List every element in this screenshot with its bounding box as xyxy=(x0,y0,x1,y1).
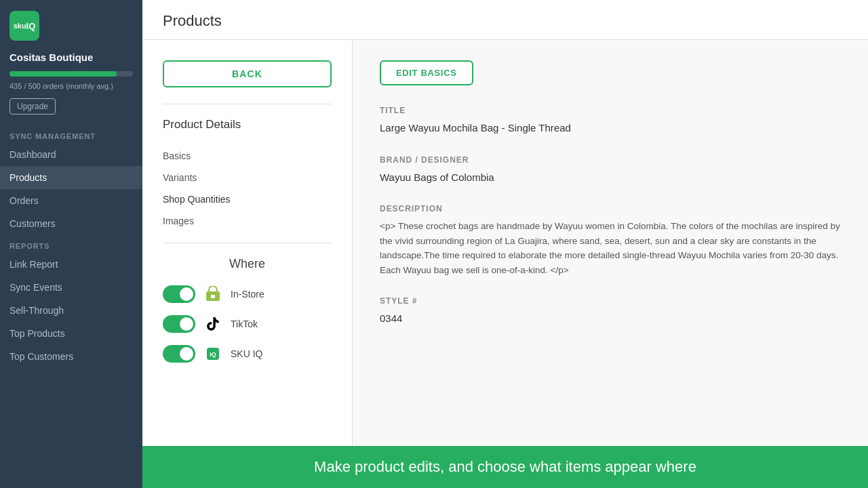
where-title: Where xyxy=(163,257,332,271)
sidebar-item-top-products[interactable]: Top Products xyxy=(0,322,142,345)
sidebar-item-sell-through[interactable]: Sell-Through xyxy=(0,299,142,322)
product-details-title: Product Details xyxy=(163,118,332,131)
svg-rect-1 xyxy=(211,295,215,298)
top-products-label: Top Products xyxy=(9,328,65,339)
sidebar-item-products[interactable]: Products xyxy=(0,166,142,189)
field-brand: BRAND / DESIGNER Wayuu Bags of Colombia xyxy=(380,155,841,186)
nav-images[interactable]: Images xyxy=(163,210,332,232)
toggle-knob-tiktok xyxy=(180,317,193,331)
sidebar: skuIQ Cositas Boutique 435 / 500 orders … xyxy=(0,0,142,488)
svg-text:IQ: IQ xyxy=(210,351,216,358)
page-body: BACK Product Details Basics Variants Sho… xyxy=(142,40,868,446)
divider-1 xyxy=(163,104,332,104)
dashboard-label: Dashboard xyxy=(9,149,56,160)
sidebar-item-sync-events[interactable]: Sync Events xyxy=(0,276,142,299)
title-value: Large Wayuu Mochila Bag - Single Thread xyxy=(380,121,841,136)
orders-label: Orders xyxy=(9,195,39,206)
in-store-label: In-Store xyxy=(231,289,264,300)
style-value: 0344 xyxy=(380,311,841,327)
top-customers-label: Top Customers xyxy=(9,351,73,362)
skuiq-icon: IQ xyxy=(203,344,222,363)
sidebar-item-top-customers[interactable]: Top Customers xyxy=(0,345,142,368)
usage-bar-background xyxy=(9,71,133,77)
description-value: <p> These crochet bags are handmade by W… xyxy=(380,219,841,277)
edit-basics-button[interactable]: EDIT BASICS xyxy=(380,60,473,85)
field-description: DESCRIPTION <p> These crochet bags are h… xyxy=(380,204,841,277)
toggle-knob-in-store xyxy=(180,287,193,301)
sync-management-label: SYNC MANAGEMENT xyxy=(0,125,142,143)
back-button[interactable]: BACK xyxy=(163,60,332,87)
tiktok-label: TikTok xyxy=(231,319,258,329)
upgrade-button[interactable]: Upgrade xyxy=(9,98,56,115)
logo-badge: skuIQ xyxy=(9,11,39,41)
right-panel: EDIT BASICS TITLE Large Wayuu Mochila Ba… xyxy=(353,40,868,446)
customers-label: Customers xyxy=(9,218,56,229)
skuiq-label: SKU IQ xyxy=(231,348,262,359)
bottom-bar: Make product edits, and choose what item… xyxy=(142,446,868,488)
in-store-icon xyxy=(203,285,222,304)
content-area: Products BACK Product Details Basics Var… xyxy=(142,0,868,488)
reports-label: REPORTS xyxy=(0,235,142,253)
channel-tiktok: TikTok xyxy=(163,314,332,333)
title-label: TITLE xyxy=(380,106,841,115)
toggle-knob-skuiq xyxy=(180,347,193,361)
brand-value: Wayuu Bags of Colombia xyxy=(380,170,841,186)
tiktok-icon xyxy=(203,314,222,333)
bottom-bar-text: Make product edits, and choose what item… xyxy=(314,458,696,475)
usage-bar-container xyxy=(0,68,142,79)
link-report-label: Link Report xyxy=(9,259,58,270)
nav-variants[interactable]: Variants xyxy=(163,167,332,188)
tiktok-toggle[interactable] xyxy=(163,315,195,333)
sidebar-item-customers[interactable]: Customers xyxy=(0,212,142,235)
sync-events-label: Sync Events xyxy=(9,282,62,293)
store-name: Cositas Boutique xyxy=(0,49,142,68)
field-title: TITLE Large Wayuu Mochila Bag - Single T… xyxy=(380,106,841,136)
channel-skuiq: IQ SKU IQ xyxy=(163,344,332,363)
products-label: Products xyxy=(9,172,47,183)
field-style: STYLE # 0344 xyxy=(380,296,841,327)
logo-area: skuIQ xyxy=(0,0,142,49)
sell-through-label: Sell-Through xyxy=(9,305,64,316)
logo-text: IQ xyxy=(26,21,36,31)
brand-label: BRAND / DESIGNER xyxy=(380,155,841,165)
style-label: STYLE # xyxy=(380,296,841,306)
nav-basics[interactable]: Basics xyxy=(163,145,332,167)
skuiq-toggle[interactable] xyxy=(163,345,195,363)
divider-2 xyxy=(163,243,332,243)
in-store-toggle[interactable] xyxy=(163,285,195,303)
page-title: Products xyxy=(163,12,848,30)
logo-prefix: sku xyxy=(14,22,26,30)
sidebar-item-link-report[interactable]: Link Report xyxy=(0,253,142,276)
left-panel: BACK Product Details Basics Variants Sho… xyxy=(142,40,353,446)
nav-shop-quantities[interactable]: Shop Quantities xyxy=(163,188,332,210)
usage-bar-fill xyxy=(9,71,117,77)
description-label: DESCRIPTION xyxy=(380,204,841,214)
usage-text: 435 / 500 orders (monthly avg.) xyxy=(0,79,142,96)
sidebar-item-orders[interactable]: Orders xyxy=(0,189,142,212)
page-header: Products xyxy=(142,0,868,40)
sidebar-item-dashboard[interactable]: Dashboard xyxy=(0,143,142,166)
channel-in-store: In-Store xyxy=(163,285,332,304)
